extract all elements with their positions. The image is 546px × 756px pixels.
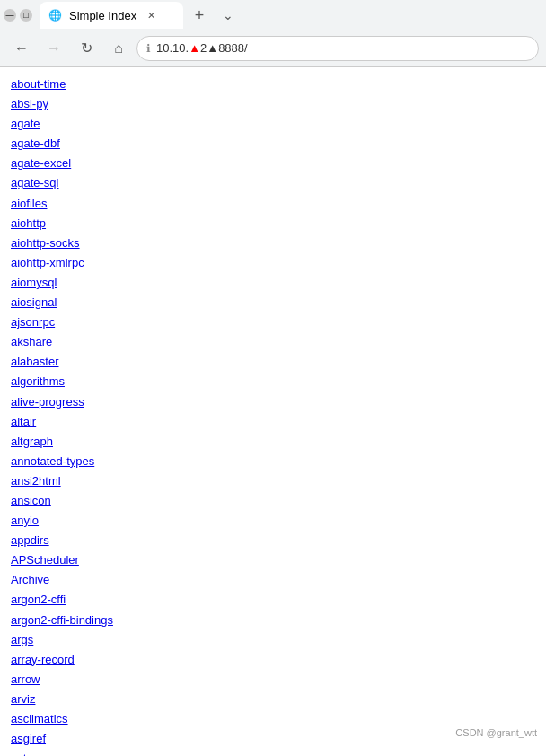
tab-favicon: 🌐 bbox=[48, 9, 62, 22]
package-link[interactable]: ajsonrpc bbox=[11, 312, 535, 332]
package-link[interactable]: argon2-cffi bbox=[11, 590, 535, 610]
package-link[interactable]: absl-py bbox=[11, 94, 535, 114]
package-link[interactable]: aiohttp-xmlrpc bbox=[11, 253, 535, 273]
package-link[interactable]: ansi2html bbox=[11, 471, 535, 491]
tab-menu-button[interactable]: ⌄ bbox=[216, 3, 241, 28]
address-text: 10.10.▲2▲8888/ bbox=[156, 41, 248, 55]
tab-close-button[interactable]: ✕ bbox=[144, 8, 158, 22]
tab-bar: — □ 🌐 Simple Index ✕ + ⌄ bbox=[0, 0, 546, 31]
home-button[interactable]: ⌂ bbox=[104, 34, 133, 63]
browser-chrome: — □ 🌐 Simple Index ✕ + ⌄ ← → ↻ ⌂ ℹ 10.10… bbox=[0, 0, 546, 67]
forward-button[interactable]: → bbox=[40, 34, 68, 63]
package-link[interactable]: anyio bbox=[11, 511, 535, 531]
package-link[interactable]: astor bbox=[11, 749, 535, 756]
package-link[interactable]: agate-dbf bbox=[11, 134, 535, 154]
address-bar[interactable]: ℹ 10.10.▲2▲8888/ bbox=[136, 36, 539, 61]
package-link[interactable]: args bbox=[11, 630, 535, 650]
package-link[interactable]: ansicon bbox=[11, 491, 535, 511]
nav-bar: ← → ↻ ⌂ ℹ 10.10.▲2▲8888/ bbox=[0, 31, 546, 66]
watermark: CSDN @grant_wtt bbox=[455, 727, 537, 738]
new-tab-button[interactable]: + bbox=[187, 3, 212, 28]
package-link[interactable]: altgraph bbox=[11, 432, 535, 452]
window-controls: — □ bbox=[4, 9, 32, 22]
back-button[interactable]: ← bbox=[7, 34, 36, 63]
package-link[interactable]: appdirs bbox=[11, 531, 535, 550]
refresh-button[interactable]: ↻ bbox=[72, 34, 101, 63]
package-link[interactable]: aiohttp-socks bbox=[11, 233, 535, 253]
active-tab[interactable]: 🌐 Simple Index ✕ bbox=[40, 2, 183, 29]
package-link[interactable]: agate bbox=[11, 114, 535, 134]
package-link[interactable]: alive-progress bbox=[11, 392, 535, 412]
package-link[interactable]: array-record bbox=[11, 650, 535, 670]
package-link[interactable]: altair bbox=[11, 412, 535, 432]
package-link[interactable]: APScheduler bbox=[11, 550, 535, 570]
package-link[interactable]: Archive bbox=[11, 570, 535, 590]
package-link[interactable]: aiohttp bbox=[11, 214, 535, 233]
package-link[interactable]: arviz bbox=[11, 690, 535, 709]
package-link[interactable]: aiofiles bbox=[11, 194, 535, 214]
maximize-btn[interactable]: □ bbox=[20, 9, 32, 22]
package-link[interactable]: asciimatics bbox=[11, 709, 535, 729]
package-link[interactable]: algorithms bbox=[11, 372, 535, 391]
package-link[interactable]: about-time bbox=[11, 75, 535, 94]
package-link[interactable]: argon2-cffi-bindings bbox=[11, 611, 535, 630]
package-link[interactable]: akshare bbox=[11, 332, 535, 352]
package-link[interactable]: arrow bbox=[11, 670, 535, 690]
package-link[interactable]: alabaster bbox=[11, 352, 535, 372]
info-icon: ℹ bbox=[146, 42, 151, 55]
package-link[interactable]: agate-sql bbox=[11, 173, 535, 193]
package-link[interactable]: aiomysql bbox=[11, 273, 535, 293]
page-content: about-timeabsl-pyagateagate-dbfagate-exc… bbox=[0, 67, 546, 756]
package-link[interactable]: agate-excel bbox=[11, 154, 535, 173]
package-link[interactable]: annotated-types bbox=[11, 452, 535, 471]
minimize-btn[interactable]: — bbox=[4, 9, 16, 22]
tab-title: Simple Index bbox=[69, 9, 136, 22]
package-link[interactable]: aiosignal bbox=[11, 293, 535, 312]
